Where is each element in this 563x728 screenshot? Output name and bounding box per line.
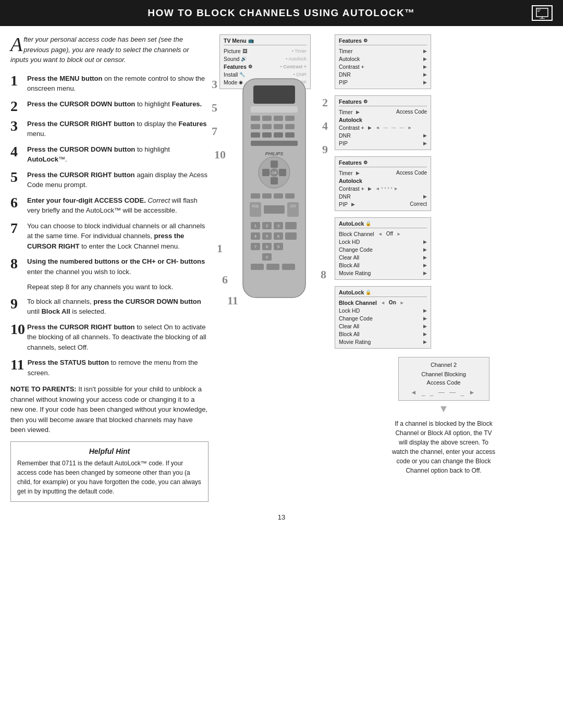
- step-number-6: 6: [10, 195, 23, 210]
- step-11: 11 Press the STATUS button to remove the…: [10, 357, 209, 378]
- autolock-on-screen: AutoLock 🔒 Block Channel ◄ On ► Lock HD▶…: [335, 286, 553, 349]
- features-screen-3: Features ⚙ Timer▶ Access Code Autolock C…: [335, 156, 553, 211]
- right-column: Features ⚙ Timer▶ Autolock▶ Contrast +▶ …: [335, 34, 553, 502]
- autolock-off-screen: AutoLock 🔒 Block Channel ◄ Off ► Lock HD…: [335, 217, 553, 280]
- svg-rect-0: [536, 8, 548, 17]
- step-number-11: 11: [10, 357, 23, 372]
- step-number-5: 5: [10, 170, 23, 184]
- step-9: 9 To block all channels, press the CURSO…: [10, 297, 209, 317]
- step-overlay-10: 10: [214, 149, 226, 161]
- note-to-parents: NOTE TO PARENTS: It isn't possible for y…: [10, 384, 209, 435]
- step-text-9: To block all channels, press the CURSOR …: [27, 297, 209, 317]
- svg-rect-50: [251, 264, 264, 270]
- svg-text:4: 4: [254, 234, 257, 239]
- svg-text:9: 9: [277, 244, 280, 249]
- step-1: 1 Press the MENU button on the remote co…: [10, 73, 209, 94]
- step-overlay-7: 7: [212, 126, 217, 137]
- features-title-1: Features ⚙: [339, 38, 427, 45]
- features-title-3: Features ⚙: [339, 159, 427, 167]
- remote-column: TV Menu 📺 Picture 🖼 • Timer Sound 🔊 • Au…: [217, 34, 326, 502]
- svg-rect-11: [285, 116, 295, 121]
- features-timer-2: Timer▶ Access Code: [339, 108, 427, 116]
- step-text-3: Press the CURSOR RIGHT button to display…: [27, 119, 209, 139]
- step-4: 4 Press the CURSOR DOWN button to highli…: [10, 144, 209, 165]
- step-text-2: Press the CURSOR DOWN button to highligh…: [27, 99, 202, 109]
- features-dnr-3: DNR▶: [339, 192, 427, 200]
- menu-picture: Picture 🖼 • Timer: [224, 47, 307, 55]
- step-6: 6 Enter your four-digit ACCESS CODE. Cor…: [10, 195, 209, 216]
- hint-title: Helpful Hint: [17, 447, 202, 455]
- step-text-5: Press the CURSOR RIGHT button again disp…: [27, 170, 209, 190]
- svg-rect-7: [251, 106, 298, 113]
- svg-rect-20: [251, 141, 298, 146]
- step-number-7: 7: [10, 221, 23, 236]
- features-contrast-2: Contrast +▶ ◄ — — — ►: [339, 124, 427, 131]
- autolock-off-box: AutoLock 🔒 Block Channel ◄ Off ► Lock HD…: [335, 217, 431, 280]
- svg-rect-24: [271, 177, 278, 184]
- step-overlay-4: 4: [322, 120, 328, 132]
- svg-rect-15: [285, 124, 295, 129]
- block-channel-on: Block Channel ◄ On ►: [339, 299, 427, 306]
- svg-rect-30: [262, 193, 272, 199]
- svg-text:0: 0: [266, 255, 268, 260]
- features-contrast-3: Contrast +▶ ◄ * * * * ►: [339, 184, 427, 192]
- step-number-4: 4: [10, 144, 23, 159]
- remote-control: PHILIPS OK: [235, 76, 313, 302]
- features-autolock-1: Autolock▶: [339, 55, 427, 63]
- access-code-label: Access Code: [405, 379, 483, 386]
- note-label: NOTE TO PARENTS:: [10, 385, 77, 393]
- down-arrow: ▼: [438, 403, 449, 415]
- svg-text:3: 3: [277, 224, 280, 228]
- svg-rect-37: [264, 205, 285, 214]
- svg-text:8: 8: [266, 244, 268, 249]
- step-overlay-1: 1: [217, 243, 223, 254]
- svg-rect-32: [285, 193, 295, 199]
- step-overlay-11: 11: [227, 295, 238, 306]
- svg-text:OK: OK: [272, 171, 277, 175]
- svg-rect-23: [271, 161, 278, 168]
- features-screen-1: Features ⚙ Timer▶ Autolock▶ Contrast +▶ …: [335, 34, 553, 89]
- remote-area: TV Menu 📺 Picture 🖼 • Timer Sound 🔊 • Au…: [219, 34, 324, 337]
- lock-hd-off: Lock HD▶: [339, 238, 427, 245]
- movie-rating-on: Movie Rating▶: [339, 338, 427, 346]
- step-8: 8 Using the numbered buttons or the CH+ …: [10, 256, 209, 277]
- clear-all-on: Clear All▶: [339, 322, 427, 330]
- access-code-dots: ◄ _ _ — — _ ►: [405, 389, 483, 396]
- autolock-off-title: AutoLock 🔒: [339, 220, 427, 228]
- step-number-8: 8: [10, 256, 23, 271]
- steps-list: 1 Press the MENU button on the remote co…: [10, 73, 209, 378]
- svg-rect-14: [274, 124, 283, 129]
- svg-text:2: 2: [266, 224, 268, 228]
- autolock-on-title: AutoLock 🔒: [339, 289, 427, 297]
- step-text-1: Press the MENU button on the remote cont…: [27, 73, 209, 94]
- step-overlay-8: 8: [321, 269, 326, 280]
- step-10: 10 Press the CURSOR RIGHT button to sele…: [10, 322, 209, 353]
- header-icon: [532, 5, 553, 21]
- block-channel-off: Block Channel ◄ Off ►: [339, 230, 427, 238]
- features-title-2: Features ⚙: [339, 98, 427, 106]
- svg-rect-9: [262, 116, 272, 121]
- page-number: 13: [0, 509, 563, 525]
- step-number-9: 9: [10, 297, 23, 311]
- features-box-3: Features ⚙ Timer▶ Access Code Autolock C…: [335, 156, 431, 211]
- step-number-3: 3: [10, 119, 23, 133]
- svg-text:CH: CH: [290, 204, 296, 208]
- svg-rect-17: [262, 132, 272, 138]
- step-text-4: Press the CURSOR DOWN button to highligh…: [27, 144, 209, 165]
- menu-sound: Sound 🔊 • Autolock: [224, 55, 307, 63]
- svg-text:7: 7: [254, 244, 257, 249]
- helpful-hint-box: Helpful Hint Remember that 0711 is the d…: [10, 441, 209, 502]
- step-text-11: Press the STATUS button to remove the me…: [28, 357, 209, 378]
- svg-rect-8: [251, 116, 260, 121]
- channel-block-screen: Channel 2 Channel Blocking Access Code ◄…: [398, 357, 489, 401]
- caption-text: If a channel is blocked by the Block Cha…: [391, 419, 496, 475]
- svg-rect-18: [274, 132, 283, 138]
- svg-rect-10: [274, 116, 283, 121]
- intro-paragraph: A fter your personal access code has bee…: [10, 34, 209, 65]
- left-column: A fter your personal access code has bee…: [10, 34, 209, 502]
- features-dnr-1: DNR▶: [339, 70, 427, 78]
- step-2: 2 Press the CURSOR DOWN button to highli…: [10, 99, 209, 114]
- features-box-1: Features ⚙ Timer▶ Autolock▶ Contrast +▶ …: [335, 34, 431, 89]
- step-text-10: Press the CURSOR RIGHT button to select …: [27, 322, 209, 353]
- step-7: 7 You can choose to block individual cha…: [10, 221, 209, 252]
